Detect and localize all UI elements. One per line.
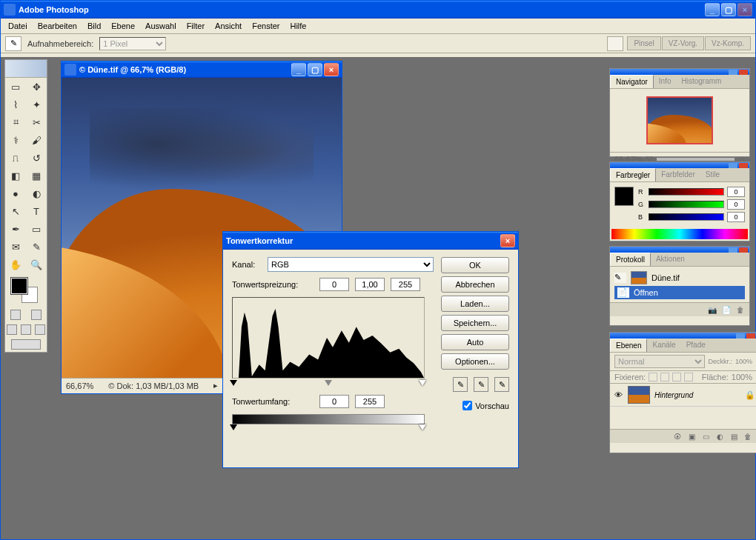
menu-bearbeiten[interactable]: Bearbeiten bbox=[33, 20, 82, 32]
tool-blur[interactable]: ● bbox=[5, 184, 26, 202]
fill-value[interactable]: 100% bbox=[732, 373, 752, 381]
tab-info[interactable]: Info bbox=[654, 75, 677, 88]
history-source-row[interactable]: ✎ Düne.tif bbox=[614, 270, 745, 286]
preview-checkbox[interactable] bbox=[462, 401, 472, 410]
palette-well-icon[interactable] bbox=[607, 36, 623, 51]
minimize-button[interactable]: _ bbox=[705, 3, 720, 16]
options-button[interactable]: Optionen... bbox=[441, 353, 509, 370]
tool-dodge[interactable]: ◐ bbox=[26, 184, 47, 202]
load-button[interactable]: Laden... bbox=[441, 296, 509, 312]
standard-mode-icon[interactable] bbox=[10, 310, 21, 320]
layer-row[interactable]: 👁 Hintergrund 🔒 bbox=[610, 384, 756, 407]
tool-gradient[interactable]: ▦ bbox=[26, 167, 47, 184]
tool-eyedropper[interactable]: ✎ bbox=[26, 238, 47, 256]
white-point-eyedropper-icon[interactable]: ✎ bbox=[494, 377, 509, 392]
output-black-slider[interactable] bbox=[230, 424, 237, 430]
menu-bild[interactable]: Bild bbox=[83, 20, 105, 32]
tab-vzkomp[interactable]: Vz-Komp. bbox=[705, 36, 751, 50]
levels-close-button[interactable]: × bbox=[500, 234, 515, 247]
input-white-slider[interactable] bbox=[419, 380, 426, 386]
color-fg-swatch[interactable] bbox=[614, 187, 634, 206]
jump-to-imageready-icon[interactable] bbox=[11, 339, 41, 350]
tool-notes[interactable]: ✉ bbox=[5, 238, 26, 256]
tab-navigator[interactable]: Navigator bbox=[610, 75, 654, 88]
status-arrow-icon[interactable]: ▸ bbox=[213, 381, 218, 390]
tab-protokoll[interactable]: Protokoll bbox=[610, 253, 651, 266]
layer-name[interactable]: Hintergrund bbox=[654, 391, 740, 399]
lock-transparency-icon[interactable] bbox=[649, 373, 657, 381]
history-minimize-icon[interactable] bbox=[729, 247, 737, 253]
output-black-field[interactable] bbox=[319, 395, 349, 408]
b-slider[interactable] bbox=[649, 213, 724, 221]
screen-mode-1-icon[interactable] bbox=[7, 324, 17, 335]
tool-hand[interactable]: ✋ bbox=[5, 256, 26, 273]
input-slider[interactable] bbox=[232, 380, 425, 387]
nav-minimize-icon[interactable] bbox=[729, 70, 737, 75]
tool-heal[interactable]: ⚕ bbox=[5, 131, 26, 149]
maximize-button[interactable]: ▢ bbox=[721, 3, 736, 16]
save-button[interactable]: Speichern... bbox=[441, 315, 509, 331]
menu-datei[interactable]: Datei bbox=[4, 20, 32, 32]
g-value[interactable] bbox=[727, 199, 745, 210]
menu-hilfe[interactable]: Hilfe bbox=[285, 20, 311, 32]
input-gamma-field[interactable] bbox=[355, 278, 385, 291]
lock-position-icon[interactable] bbox=[672, 373, 681, 381]
output-white-field[interactable] bbox=[355, 395, 385, 408]
menu-ebene[interactable]: Ebene bbox=[107, 20, 139, 32]
history-brush-source-icon[interactable]: ✎ bbox=[614, 273, 626, 283]
navigator-thumbnail[interactable] bbox=[646, 96, 713, 144]
tab-aktionen[interactable]: Aktionen bbox=[651, 253, 690, 266]
output-slider[interactable] bbox=[232, 424, 425, 432]
sample-size-select[interactable]: 1 Pixel bbox=[99, 37, 166, 50]
input-black-slider[interactable] bbox=[230, 380, 237, 386]
tab-histogramm[interactable]: Histogramm bbox=[677, 75, 727, 88]
g-slider[interactable] bbox=[649, 201, 724, 208]
adjustment-layer-icon[interactable]: ◐ bbox=[714, 431, 726, 441]
layers-minimize-icon[interactable] bbox=[736, 333, 745, 339]
ok-button[interactable]: OK bbox=[441, 257, 509, 273]
tool-zoom[interactable]: 🔍 bbox=[26, 256, 47, 273]
history-step-row[interactable]: 📄 Öffnen bbox=[614, 286, 745, 299]
auto-button[interactable]: Auto bbox=[441, 334, 509, 350]
doc-minimize-button[interactable]: _ bbox=[291, 63, 306, 76]
lock-all-icon[interactable] bbox=[684, 373, 693, 381]
layer-visibility-icon[interactable]: 👁 bbox=[613, 390, 623, 399]
doc-maximize-button[interactable]: ▢ bbox=[308, 63, 322, 76]
black-point-eyedropper-icon[interactable]: ✎ bbox=[453, 377, 468, 392]
zoom-level[interactable]: 66,67% bbox=[66, 381, 93, 390]
layers-close-icon[interactable] bbox=[746, 333, 755, 339]
input-gamma-slider[interactable] bbox=[325, 380, 332, 386]
tool-history-brush[interactable]: ↺ bbox=[26, 149, 47, 167]
history-close-icon[interactable] bbox=[739, 247, 748, 253]
tab-vzvorg[interactable]: VZ-Vorg. bbox=[662, 36, 704, 50]
screen-mode-3-icon[interactable] bbox=[35, 324, 45, 335]
quickmask-mode-icon[interactable] bbox=[31, 310, 42, 320]
r-value[interactable] bbox=[727, 187, 745, 197]
r-slider[interactable] bbox=[649, 188, 724, 196]
tab-kanaele[interactable]: Kanäle bbox=[647, 339, 680, 352]
document-titlebar[interactable]: © Düne.tif @ 66,7% (RGB/8) _ ▢ × bbox=[62, 61, 342, 78]
channel-select[interactable]: RGB bbox=[268, 257, 434, 272]
new-set-icon[interactable]: ▭ bbox=[700, 431, 712, 441]
tool-path[interactable]: ↖ bbox=[5, 202, 26, 220]
cancel-button[interactable]: Abbrechen bbox=[441, 276, 509, 293]
tool-crop[interactable]: ⌗ bbox=[5, 113, 26, 131]
screen-mode-2-icon[interactable] bbox=[21, 324, 31, 335]
new-layer-icon[interactable]: ▤ bbox=[728, 431, 740, 441]
tool-wand[interactable]: ✦ bbox=[26, 96, 47, 113]
input-black-field[interactable] bbox=[319, 278, 349, 291]
tool-stamp[interactable]: ⎍ bbox=[5, 149, 26, 167]
menu-ansicht[interactable]: Ansicht bbox=[210, 20, 246, 32]
tool-pen[interactable]: ✒ bbox=[5, 220, 26, 238]
new-snapshot-icon[interactable]: 📷 bbox=[706, 304, 718, 315]
tool-move[interactable]: ✥ bbox=[26, 78, 47, 96]
lock-pixels-icon[interactable] bbox=[660, 373, 669, 381]
b-value[interactable] bbox=[727, 212, 745, 222]
zoom-slider[interactable] bbox=[657, 158, 735, 161]
tool-eraser[interactable]: ◧ bbox=[5, 167, 26, 184]
output-white-slider[interactable] bbox=[419, 424, 426, 430]
tool-type[interactable]: T bbox=[26, 202, 47, 220]
close-button[interactable]: × bbox=[737, 3, 752, 16]
tab-farbfelder[interactable]: Farbfelder bbox=[656, 168, 700, 181]
tool-slice[interactable]: ✂ bbox=[26, 113, 47, 131]
